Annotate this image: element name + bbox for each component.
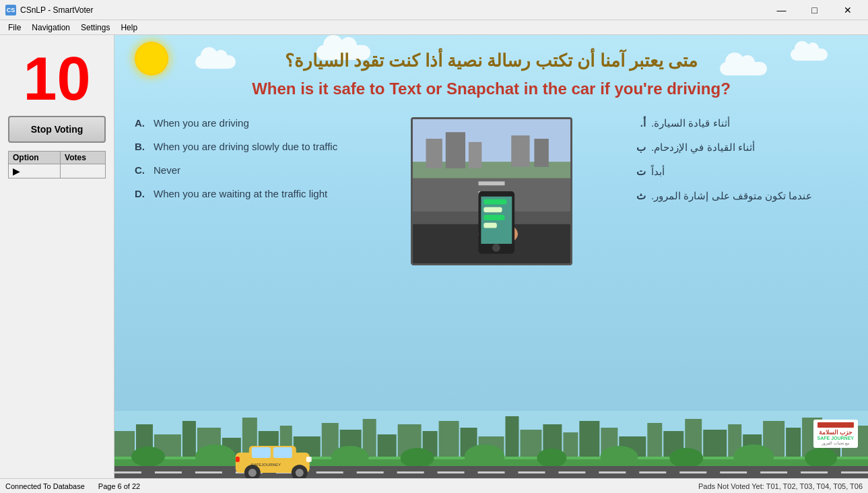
answers-english: A. When you are driving B. When you are …: [135, 117, 350, 199]
cityscape: SAFEJOURNEY حزب السلامة SAFE JOURNEY مع …: [114, 411, 868, 478]
answer-ar-b-text: أثناء القيادة في الإزدحام.: [651, 141, 755, 154]
answer-c-letter: C.: [135, 164, 148, 176]
answer-ar-a: أثناء قيادة السيارة. أ.: [632, 117, 730, 129]
svg-point-70: [669, 448, 703, 468]
svg-rect-81: [397, 471, 424, 473]
answer-ar-c-text: أبداً: [651, 166, 665, 178]
svg-point-71: [733, 445, 774, 469]
cityscape-svg: SAFEJOURNEY: [114, 411, 868, 478]
window-controls: — □ ✕: [766, 0, 863, 20]
center-image: [411, 117, 572, 265]
menu-file[interactable]: File: [3, 22, 26, 34]
svg-rect-7: [426, 139, 442, 168]
answer-a-text: When you are driving: [154, 117, 249, 129]
answer-ar-d: عندما تكون متوقف على إشارة المرور. ث: [632, 190, 812, 202]
svg-rect-89: [720, 471, 747, 473]
svg-point-69: [600, 446, 638, 467]
svg-rect-85: [558, 471, 585, 473]
svg-point-63: [195, 445, 236, 469]
svg-rect-96: [273, 447, 292, 458]
app-icon: CS: [5, 5, 16, 15]
answer-b: B. When you are driving slowly due to tr…: [135, 141, 350, 152]
answer-b-letter: B.: [135, 141, 148, 152]
svg-point-21: [492, 244, 500, 252]
menu-settings[interactable]: Settings: [75, 22, 115, 34]
svg-rect-10: [511, 135, 529, 167]
status-left: Connected To Database Page 6 of 22: [5, 482, 140, 490]
answer-d-letter: D.: [135, 188, 148, 199]
connection-status: Connected To Database: [5, 482, 85, 490]
svg-rect-86: [599, 471, 626, 473]
logo-text-english: SAFE JOURNEY: [817, 436, 854, 440]
svg-rect-76: [195, 471, 222, 473]
page-indicator: Page 6 of 22: [98, 482, 140, 490]
answer-c: C. Never: [135, 164, 350, 176]
col-votes: Votes: [61, 152, 106, 164]
answer-ar-b: أثناء القيادة في الإزدحام. ب: [632, 141, 755, 154]
svg-point-67: [465, 445, 505, 469]
left-panel: 10 Stop Voting Option Votes ▶: [0, 35, 114, 478]
main-content: 10 Stop Voting Option Votes ▶: [0, 35, 868, 478]
question-arabic: متى يعتبر آمنا أن تكتب رسالة نصية أذا كن…: [114, 35, 868, 78]
slide-inner: متى يعتبر آمنا أن تكتب رسالة نصية أذا كن…: [114, 35, 868, 478]
question-number: 10: [23, 48, 90, 109]
answer-d-text: When you are waiting at the traffic ligh…: [154, 188, 327, 199]
svg-rect-11: [534, 139, 548, 167]
menu-bar: File Navigation Settings Help: [0, 20, 868, 35]
svg-rect-88: [679, 471, 706, 473]
stop-voting-button[interactable]: Stop Voting: [8, 116, 106, 143]
results-table: Option Votes ▶: [8, 151, 106, 178]
col-option: Option: [9, 152, 61, 164]
minimize-button[interactable]: —: [766, 0, 797, 20]
answer-ar-d-text: عندما تكون متوقف على إشارة المرور.: [651, 190, 812, 202]
answers-arabic: أثناء قيادة السيارة. أ. أثناء القيادة في…: [632, 117, 848, 202]
svg-rect-80: [357, 471, 384, 473]
svg-point-66: [401, 448, 434, 468]
svg-point-98: [248, 469, 257, 477]
maximize-button[interactable]: □: [799, 0, 830, 20]
answer-ar-b-letter: ب: [632, 141, 646, 154]
svg-rect-101: [306, 457, 312, 462]
table-cell-arrow: ▶: [9, 164, 61, 178]
menu-navigation[interactable]: Navigation: [26, 22, 75, 34]
phone-car-image: [413, 117, 570, 265]
svg-rect-84: [518, 471, 545, 473]
answer-ar-a-letter: أ.: [632, 117, 646, 129]
svg-rect-19: [483, 215, 504, 220]
svg-rect-20: [483, 222, 497, 228]
svg-text:SAFEJOURNEY: SAFEJOURNEY: [251, 463, 281, 467]
logo-subtitle: مع تحيات المرور: [817, 440, 854, 445]
answer-c-text: Never: [154, 164, 180, 176]
answer-ar-c: أبداً ت: [632, 166, 665, 178]
svg-rect-90: [760, 471, 787, 473]
table-cell-votes: [61, 164, 106, 178]
svg-rect-82: [438, 471, 465, 473]
menu-help[interactable]: Help: [115, 22, 143, 34]
svg-rect-102: [236, 457, 240, 462]
answer-a: A. When you are driving: [135, 117, 350, 129]
status-bar: Connected To Database Page 6 of 22 Pads …: [0, 478, 868, 493]
svg-rect-75: [155, 471, 182, 473]
svg-rect-79: [316, 471, 343, 473]
title-bar-left: CS CSnLP - SmartVoter: [5, 5, 94, 15]
title-bar: CS CSnLP - SmartVoter — □ ✕: [0, 0, 868, 20]
svg-rect-12: [478, 181, 504, 185]
safe-journey-logo: حزب السلامة SAFE JOURNEY مع تحيات المرور: [813, 420, 858, 448]
svg-point-65: [331, 446, 369, 467]
app-icon-label: CS: [7, 7, 15, 13]
pads-status: Pads Not Voted Yet: T01, T02, T03, T04, …: [698, 482, 863, 490]
svg-rect-17: [483, 199, 506, 204]
svg-point-62: [131, 447, 165, 467]
answer-ar-d-letter: ث: [632, 190, 646, 202]
answer-b-text: When you are driving slowly due to traff…: [154, 141, 337, 152]
svg-point-100: [296, 469, 304, 477]
slide-content: متى يعتبر آمنا أن تكتب رسالة نصية أذا كن…: [114, 35, 868, 478]
answer-ar-a-text: أثناء قيادة السيارة.: [651, 117, 730, 129]
answer-a-letter: A.: [135, 117, 148, 129]
svg-rect-18: [483, 207, 502, 212]
answers-row: A. When you are driving B. When you are …: [114, 110, 868, 411]
svg-rect-95: [252, 447, 271, 458]
svg-rect-74: [114, 471, 141, 473]
close-button[interactable]: ✕: [832, 0, 863, 20]
table-row: ▶: [9, 164, 106, 178]
